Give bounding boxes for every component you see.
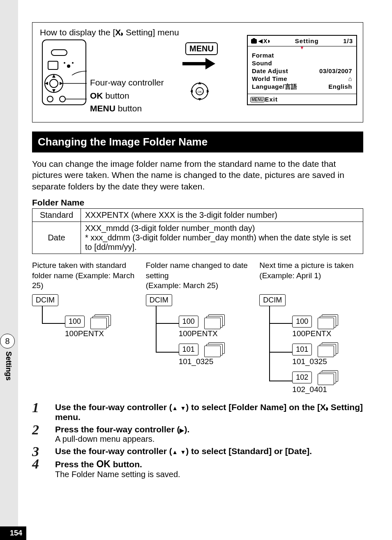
folder-stack-icon [204, 342, 225, 357]
screen-row: Language/言語English [252, 83, 352, 91]
folder-stack-icon [318, 342, 338, 357]
step-item: Use the four-way controller (▲ ▼) to sel… [32, 402, 363, 422]
folder-node: 101 [179, 344, 198, 355]
home-icon: ⌂ [348, 75, 352, 82]
arrow-right-icon [182, 60, 219, 68]
folder-name: 100PENTX [179, 329, 250, 338]
screen-row: Date Adjust03/03/2007 [252, 67, 352, 75]
screen-page-indicator: 1/3 [343, 37, 353, 44]
table-heading: Folder Name [32, 198, 363, 208]
svg-point-8 [47, 96, 53, 102]
folder-name: 101_0325 [292, 357, 363, 366]
screen-row: Format [252, 51, 352, 59]
up-triangle-icon: ▲ [172, 449, 178, 455]
tree-column: Next time a picture is taken (Example: A… [259, 261, 363, 394]
folder-stack-icon [90, 314, 111, 329]
svg-rect-1 [51, 50, 67, 55]
menu-label-rest: button [115, 104, 142, 113]
folder-node: DCIM [259, 294, 286, 306]
folder-stack-icon [318, 314, 338, 329]
folder-node: 102 [292, 372, 312, 383]
folder-name: 101_0325 [179, 357, 250, 366]
settings-screen: ◀ X◗ Setting 1/3 ▼ Format Sound Date Adj… [247, 35, 357, 105]
wrench-icon: X [115, 28, 121, 37]
up-triangle-icon: ▲ [172, 405, 178, 411]
step-item: Press the four-way controller (▶). A pul… [32, 425, 363, 444]
table-cell: XXXPENTX (where XXX is the 3-digit folde… [81, 208, 363, 222]
chapter-label: Settings [4, 351, 13, 381]
screen-row: Sound [252, 59, 352, 67]
howto-box: How to display the [X◗ Setting] menu [32, 22, 363, 122]
tree-column: Folder name changed to date setting (Exa… [146, 261, 250, 394]
control-labels: Four-way controller OK button MENU butto… [90, 76, 164, 115]
folder-node: DCIM [146, 294, 172, 306]
side-margin [0, 0, 18, 540]
folder-name: 100PENTX [65, 329, 136, 338]
step-item: Use the four-way controller (▲ ▼) to sel… [32, 446, 363, 456]
table-cell: XXX_mmdd (3-digit folder number_month da… [81, 222, 363, 254]
svg-point-9 [60, 96, 65, 102]
svg-point-7 [50, 79, 58, 88]
dpad-icon: OK [189, 80, 211, 103]
folder-tree-diagrams: Picture taken with standard folder name … [32, 261, 363, 394]
ok-label-bold: OK [90, 91, 103, 100]
tree-title: Picture taken with standard folder name … [32, 261, 136, 294]
tree-title: Next time a picture is taken (Example: A… [259, 261, 363, 294]
steps-list: Use the four-way controller (▲ ▼) to sel… [32, 402, 363, 479]
folder-name: 100PENTX [292, 329, 363, 338]
page-number: 154 [0, 526, 26, 540]
folder-node: 100 [292, 316, 312, 328]
section-title-bar: Changing the Image Folder Name [32, 132, 363, 152]
fourway-label: Four-way controller [90, 76, 164, 89]
svg-point-5 [64, 62, 65, 64]
step-item: Press the OK button. The Folder Name set… [32, 459, 363, 479]
screen-title: Setting [270, 37, 343, 44]
folder-stack-icon [318, 370, 338, 385]
ok-label-rest: button [103, 91, 129, 100]
table-cell: Standard [32, 208, 81, 222]
step-note: A pull-down menu appears. [55, 434, 363, 444]
svg-rect-2 [48, 61, 58, 69]
intro-paragraph: You can change the image folder name fro… [32, 158, 363, 192]
folder-stack-icon [204, 314, 225, 329]
ok-label: OK [96, 459, 111, 469]
folder-name-table: Standard XXXPENTX (where XXX is the 3-di… [32, 208, 363, 254]
menu-button-badge: MENU [185, 42, 218, 55]
chapter-number-tab: 8 [0, 334, 15, 348]
step-note: The Folder Name setting is saved. [55, 470, 363, 479]
down-triangle-icon: ▼ [180, 449, 186, 455]
folder-name: 102_0401 [292, 385, 363, 394]
wrench-icon: X [320, 402, 326, 412]
tree-title: Folder name changed to date setting (Exa… [146, 261, 250, 294]
right-triangle-icon: ▶ [180, 427, 184, 434]
table-cell: Date [32, 222, 81, 254]
svg-point-4 [72, 62, 74, 64]
folder-node: 100 [179, 316, 198, 328]
folder-node: 100 [65, 316, 85, 328]
svg-text:OK: OK [198, 90, 202, 93]
menu-label-bold: MENU [90, 104, 115, 113]
wrench-icon: X [263, 38, 267, 44]
folder-node: DCIM [32, 294, 58, 306]
svg-line-12 [62, 83, 87, 90]
svg-point-3 [67, 65, 70, 68]
tree-column: Picture taken with standard folder name … [32, 261, 136, 394]
screen-row: World Time⌂ [252, 75, 352, 83]
mini-menu-badge: MENU [250, 97, 265, 102]
screen-footer: MENUExit [248, 94, 356, 104]
camera-icon [251, 39, 257, 44]
camera-diagram [40, 37, 89, 107]
folder-node: 101 [292, 344, 312, 355]
down-triangle-icon: ▼ [180, 405, 186, 411]
